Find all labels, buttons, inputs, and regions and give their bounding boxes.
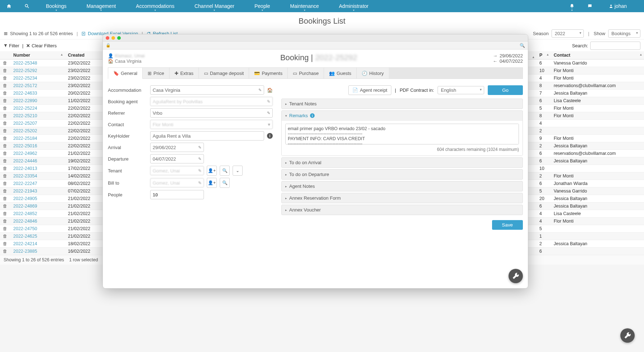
- search-tenant-button[interactable]: 🔍: [220, 166, 230, 176]
- delete-icon[interactable]: 🗑: [3, 113, 8, 118]
- booking-number-link[interactable]: 2022-24625: [13, 234, 37, 239]
- col-number[interactable]: Number▴: [10, 51, 65, 60]
- close-window-button[interactable]: [106, 36, 109, 40]
- booking-number-link[interactable]: 2022-24869: [13, 204, 37, 209]
- expand-tenant-button[interactable]: ⌄: [233, 166, 243, 176]
- accordion-tenant-notes[interactable]: ▸Tenant Notes: [281, 99, 523, 109]
- nav-search[interactable]: [18, 0, 36, 12]
- nav-accommodations[interactable]: Accommodations▾: [126, 0, 184, 12]
- keyholder-input[interactable]: Aguila Rent a Villa: [150, 131, 264, 141]
- home-icon[interactable]: 🏠: [267, 87, 273, 93]
- pencil-icon[interactable]: ✎: [198, 181, 201, 185]
- booking-number-link[interactable]: 2022-25172: [13, 83, 37, 88]
- delete-icon[interactable]: 🗑: [3, 158, 8, 163]
- accordion-annex-voucher[interactable]: ▸Annex Voucher: [281, 205, 523, 215]
- arrival-input[interactable]: 29/06/2022✎: [150, 143, 204, 152]
- search-input[interactable]: [590, 42, 640, 50]
- tenant-input[interactable]: Gomez, Unai✎: [150, 166, 204, 175]
- nav-people[interactable]: People▾: [244, 0, 280, 12]
- delete-icon[interactable]: 🗑: [3, 181, 8, 186]
- clear-filters-button[interactable]: ✕ Clear Filters: [26, 43, 57, 48]
- tab-damage-deposit[interactable]: ▭Damage deposit: [199, 68, 249, 79]
- remarks-textarea[interactable]: [285, 124, 519, 144]
- search-billto-button[interactable]: 🔍: [220, 178, 230, 188]
- maximize-window-button[interactable]: [117, 36, 121, 40]
- nav-bookings[interactable]: Bookings▾: [36, 0, 77, 12]
- delete-icon[interactable]: 🗑: [3, 76, 8, 81]
- booking-number-link[interactable]: 2022-23885: [13, 249, 37, 254]
- accordion-annex-reservation[interactable]: ▸Annex Reservation Form: [281, 193, 523, 203]
- nav-user[interactable]: johan: [599, 0, 637, 12]
- delete-icon[interactable]: 🗑: [3, 166, 8, 171]
- booking-number-link[interactable]: 2022-25292: [13, 68, 37, 73]
- booking-number-link[interactable]: 2022-23354: [13, 173, 37, 179]
- delete-icon[interactable]: 🗑: [3, 98, 8, 103]
- referrer-input[interactable]: Vrbo✎: [150, 108, 273, 118]
- nav-home[interactable]: [0, 0, 18, 12]
- tab-price[interactable]: ⊞Price: [143, 68, 170, 79]
- pencil-icon[interactable]: ✎: [198, 168, 201, 173]
- delete-icon[interactable]: 🗑: [3, 143, 8, 148]
- delete-icon[interactable]: 🗑: [3, 189, 8, 194]
- accordion-agent-notes[interactable]: ▸Agent Notes: [281, 181, 523, 191]
- delete-icon[interactable]: 🗑: [3, 173, 8, 179]
- booking-agent-input[interactable]: AguilaRent by Poolvillas✎: [150, 97, 273, 106]
- delete-icon[interactable]: 🗑: [3, 226, 8, 231]
- tab-purchase[interactable]: ▭Purchase: [288, 68, 324, 79]
- tab-extras[interactable]: ✚Extras: [170, 68, 199, 79]
- nav-administrator[interactable]: Administrator▾: [329, 0, 378, 12]
- pencil-icon[interactable]: ✎: [198, 157, 201, 161]
- pencil-icon[interactable]: ✎: [198, 145, 201, 150]
- nav-notifications[interactable]: ▾: [563, 0, 581, 12]
- info-icon[interactable]: i: [267, 133, 273, 139]
- nav-channel-manager[interactable]: Channel Manager▾: [185, 0, 244, 12]
- booking-number-link[interactable]: 2022-25207: [13, 121, 37, 126]
- accordion-todo-departure[interactable]: ▸To do on Departure: [281, 169, 523, 180]
- booking-number-link[interactable]: 2022-24852: [13, 211, 37, 216]
- delete-icon[interactable]: 🗑: [3, 241, 8, 246]
- delete-icon[interactable]: 🗑: [3, 211, 8, 216]
- booking-number-link[interactable]: 2022-25184: [13, 136, 37, 141]
- delete-icon[interactable]: 🗑: [3, 196, 8, 201]
- booking-number-link[interactable]: 2022-22247: [13, 181, 37, 186]
- booking-number-link[interactable]: 2022-24962: [13, 151, 37, 156]
- accordion-todo-arrival[interactable]: ▸To do on Arrival: [281, 157, 523, 168]
- search-icon[interactable]: 🔍: [520, 43, 525, 48]
- save-button[interactable]: Save: [492, 220, 523, 230]
- delete-icon[interactable]: 🗑: [3, 121, 8, 126]
- booking-number-link[interactable]: 2022-21943: [13, 189, 37, 194]
- nav-chat[interactable]: [581, 0, 599, 12]
- pdf-language-select[interactable]: English: [438, 86, 484, 94]
- delete-icon[interactable]: 🗑: [3, 234, 8, 239]
- nav-maintenance[interactable]: Maintenance▾: [280, 0, 329, 12]
- booking-number-link[interactable]: 2022-24446: [13, 158, 37, 163]
- booking-number-link[interactable]: 2022-25016: [13, 143, 37, 148]
- show-select[interactable]: Bookings: [608, 29, 640, 38]
- delete-icon[interactable]: 🗑: [3, 151, 8, 156]
- go-button[interactable]: Go: [488, 85, 523, 95]
- departure-input[interactable]: 04/07/2022✎: [150, 154, 204, 163]
- booking-number-link[interactable]: 2022-24013: [13, 166, 37, 171]
- booking-number-link[interactable]: 2022-24846: [13, 219, 37, 224]
- agent-receipt-button[interactable]: 📄Agent receipt: [348, 85, 391, 95]
- season-select[interactable]: 2022: [552, 29, 584, 38]
- minimize-window-button[interactable]: [111, 36, 115, 40]
- nav-management[interactable]: Management▾: [77, 0, 126, 12]
- booking-number-link[interactable]: 2022-25224: [13, 106, 37, 111]
- tab-payments[interactable]: 💳Payments: [249, 68, 288, 79]
- filter-button[interactable]: Filter: [4, 43, 19, 48]
- add-person-button[interactable]: 👤+: [207, 166, 217, 176]
- tab-guests[interactable]: 👥Guests: [324, 68, 357, 79]
- col-p[interactable]: P▴: [536, 51, 551, 60]
- pencil-icon[interactable]: ✎: [267, 111, 270, 115]
- pencil-icon[interactable]: ✎: [258, 88, 262, 92]
- delete-icon[interactable]: 🗑: [3, 219, 8, 224]
- booking-number-link[interactable]: 2022-25348: [13, 61, 37, 66]
- contact-select[interactable]: Flor Monti▾: [150, 120, 273, 129]
- delete-icon[interactable]: 🗑: [3, 204, 8, 209]
- booking-number-link[interactable]: 2022-24214: [13, 241, 37, 246]
- pencil-icon[interactable]: ✎: [267, 99, 270, 104]
- booking-number-link[interactable]: 2022-25202: [13, 128, 37, 133]
- booking-number-link[interactable]: 2022-25210: [13, 113, 37, 118]
- booking-number-link[interactable]: 2022-24905: [13, 196, 37, 201]
